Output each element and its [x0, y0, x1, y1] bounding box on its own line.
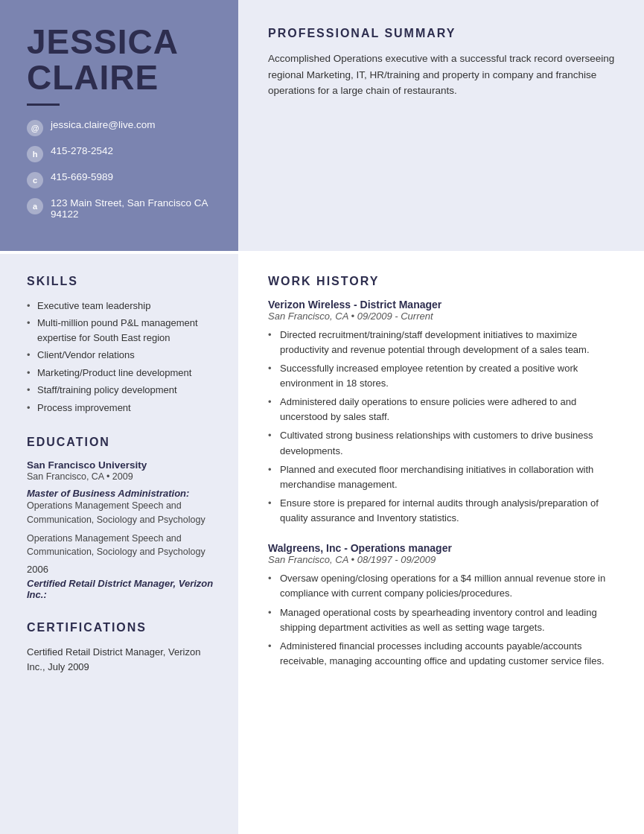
bottom-right-panel: WORK HISTORY Verizon Wireless - District…: [238, 254, 644, 834]
job-bullet-item: Successfully increased employee retentio…: [268, 361, 617, 391]
top-section: JESSICA CLAIRE @ jessica.claire@live.com…: [0, 0, 644, 251]
email-icon: @: [27, 120, 43, 136]
skill-item: Executive team leadership: [27, 299, 220, 313]
job-bullet-item: Administered daily operations to ensure …: [268, 395, 617, 424]
edu-desc1: Operations Management Speech and Communi…: [27, 499, 220, 527]
job-title-1: Walgreens, Inc - Operations manager: [268, 542, 617, 554]
job-bullets-0: Directed recruitment/training/staff deve…: [268, 328, 617, 526]
cell-icon: c: [27, 172, 43, 188]
edu-cert: Certified Retail District Manager, Veriz…: [27, 578, 220, 600]
full-name: JESSICA CLAIRE: [27, 24, 217, 96]
home-phone-text: 415-278-2542: [51, 145, 113, 156]
skill-item: Multi-million pound P&L management exper…: [27, 316, 220, 345]
email-item: @ jessica.claire@live.com: [27, 119, 217, 136]
email-text: jessica.claire@live.com: [51, 119, 156, 130]
edu-degree: Master of Business Administration:: [27, 488, 220, 499]
cell-phone-text: 415-669-5989: [51, 171, 113, 182]
cell-phone-item: c 415-669-5989: [27, 171, 217, 188]
skill-item: Client/Vendor relations: [27, 348, 220, 363]
address-item: a 123 Main Street, San Francisco CA 9412…: [27, 197, 217, 220]
job-bullet-item: Planned and executed floor merchandising…: [268, 462, 617, 492]
edu-location: San Francisco, CA • 2009: [27, 471, 220, 482]
skills-title: SKILLS: [27, 275, 220, 288]
home-icon: h: [27, 146, 43, 162]
skills-list: Executive team leadershipMulti-million p…: [27, 299, 220, 416]
bottom-section: SKILLS Executive team leadershipMulti-mi…: [0, 254, 644, 834]
cert-title: CERTIFICATIONS: [27, 621, 220, 634]
education-section: EDUCATION San Francisco University San F…: [27, 436, 220, 600]
skills-section: SKILLS Executive team leadershipMulti-mi…: [27, 275, 220, 416]
job-block-0: Verizon Wireless - District Manager San …: [268, 299, 617, 526]
job-bullet-item: Ensure store is prepared for internal au…: [268, 496, 617, 526]
summary-text: Accomplished Operations executive with a…: [268, 51, 617, 99]
cert-text: Certified Retail District Manager, Veriz…: [27, 645, 220, 675]
summary-title: PROFESSIONAL SUMMARY: [268, 27, 617, 40]
job-bullets-1: Oversaw opening/closing operations for a…: [268, 571, 617, 669]
bottom-left-panel: SKILLS Executive team leadershipMulti-mi…: [0, 254, 238, 834]
certifications-section: CERTIFICATIONS Certified Retail District…: [27, 621, 220, 675]
job-bullet-item: Administered financial processes includi…: [268, 639, 617, 669]
edu-year: 2006: [27, 564, 220, 575]
job-block-1: Walgreens, Inc - Operations manager San …: [268, 542, 617, 669]
home-phone-item: h 415-278-2542: [27, 145, 217, 162]
job-bullet-item: Cultivated strong business relationships…: [268, 428, 617, 458]
name-divider: [27, 104, 60, 106]
education-title: EDUCATION: [27, 436, 220, 449]
job-title-0: Verizon Wireless - District Manager: [268, 299, 617, 311]
job-bullet-item: Managed operational costs by spearheadin…: [268, 605, 617, 635]
job-location-1: San Francisco, CA • 08/1997 - 09/2009: [268, 554, 617, 565]
job-bullet-item: Directed recruitment/training/staff deve…: [268, 328, 617, 357]
top-right-summary: PROFESSIONAL SUMMARY Accomplished Operat…: [238, 0, 644, 251]
address-icon: a: [27, 198, 43, 214]
skill-item: Staff/training policy development: [27, 383, 220, 398]
job-bullet-item: Oversaw opening/closing operations for a…: [268, 571, 617, 601]
work-history-title: WORK HISTORY: [268, 275, 617, 288]
job-location-0: San Francisco, CA • 09/2009 - Current: [268, 311, 617, 322]
skill-item: Process improvement: [27, 401, 220, 416]
edu-desc2: Operations Management Speech and Communi…: [27, 532, 220, 560]
contact-list: @ jessica.claire@live.com h 415-278-2542…: [27, 119, 217, 220]
resume-container: JESSICA CLAIRE @ jessica.claire@live.com…: [0, 0, 644, 834]
top-left-header: JESSICA CLAIRE @ jessica.claire@live.com…: [0, 0, 238, 251]
skill-item: Marketing/Product line development: [27, 366, 220, 381]
address-text: 123 Main Street, San Francisco CA 94122: [51, 197, 217, 220]
edu-school: San Francisco University: [27, 459, 220, 471]
